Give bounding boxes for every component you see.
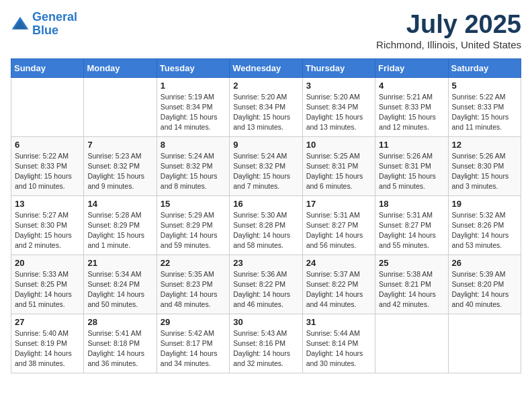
day-info: Sunrise: 5:40 AM Sunset: 8:19 PM Dayligh… [15,328,80,369]
day-number: 10 [306,140,371,150]
day-info: Sunrise: 5:20 AM Sunset: 8:34 PM Dayligh… [233,92,298,133]
col-header-wednesday: Wednesday [230,58,302,77]
calendar-cell [84,77,157,136]
day-number: 25 [379,258,444,268]
day-info: Sunrise: 5:42 AM Sunset: 8:17 PM Dayligh… [161,328,226,369]
calendar-header-row: SundayMondayTuesdayWednesdayThursdayFrid… [11,58,521,77]
logo-icon [11,15,30,34]
logo-blue: Blue [32,24,77,38]
calendar-cell: 20Sunrise: 5:33 AM Sunset: 8:25 PM Dayli… [11,255,84,314]
day-info: Sunrise: 5:30 AM Sunset: 8:28 PM Dayligh… [233,210,298,251]
day-number: 9 [233,140,298,150]
day-number: 20 [15,258,80,268]
day-number: 29 [161,317,226,327]
calendar-cell: 4Sunrise: 5:21 AM Sunset: 8:33 PM Daylig… [375,77,448,136]
calendar-cell [11,77,84,136]
logo-text: General Blue [32,11,77,38]
calendar-cell: 19Sunrise: 5:32 AM Sunset: 8:26 PM Dayli… [448,195,521,255]
calendar-cell: 24Sunrise: 5:37 AM Sunset: 8:22 PM Dayli… [302,255,375,314]
calendar-cell: 3Sunrise: 5:20 AM Sunset: 8:34 PM Daylig… [302,77,375,136]
day-number: 28 [87,317,152,327]
day-info: Sunrise: 5:35 AM Sunset: 8:23 PM Dayligh… [161,269,226,310]
day-info: Sunrise: 5:43 AM Sunset: 8:16 PM Dayligh… [233,328,298,369]
calendar-table: SundayMondayTuesdayWednesdayThursdayFrid… [11,58,521,373]
calendar-cell: 10Sunrise: 5:25 AM Sunset: 8:31 PM Dayli… [302,136,375,195]
day-number: 26 [452,258,517,268]
calendar-cell: 23Sunrise: 5:36 AM Sunset: 8:22 PM Dayli… [230,255,302,314]
day-number: 24 [306,258,371,268]
day-info: Sunrise: 5:33 AM Sunset: 8:25 PM Dayligh… [15,269,80,310]
day-info: Sunrise: 5:31 AM Sunset: 8:27 PM Dayligh… [379,210,444,251]
day-info: Sunrise: 5:19 AM Sunset: 8:34 PM Dayligh… [161,92,226,133]
day-number: 19 [452,199,517,209]
calendar-cell: 11Sunrise: 5:26 AM Sunset: 8:31 PM Dayli… [375,136,448,195]
day-info: Sunrise: 5:24 AM Sunset: 8:32 PM Dayligh… [161,151,226,192]
calendar-cell: 16Sunrise: 5:30 AM Sunset: 8:28 PM Dayli… [230,195,302,255]
day-info: Sunrise: 5:21 AM Sunset: 8:33 PM Dayligh… [379,92,444,133]
col-header-thursday: Thursday [302,58,375,77]
day-number: 11 [379,140,444,150]
day-info: Sunrise: 5:25 AM Sunset: 8:31 PM Dayligh… [306,151,371,192]
day-info: Sunrise: 5:41 AM Sunset: 8:18 PM Dayligh… [87,328,152,369]
day-number: 23 [233,258,298,268]
day-number: 18 [379,199,444,209]
page-header: General Blue July 2025 Richmond, Illinoi… [11,11,521,50]
day-info: Sunrise: 5:27 AM Sunset: 8:30 PM Dayligh… [15,210,80,251]
calendar-cell: 22Sunrise: 5:35 AM Sunset: 8:23 PM Dayli… [157,255,229,314]
calendar-cell: 14Sunrise: 5:28 AM Sunset: 8:29 PM Dayli… [84,195,157,255]
calendar-cell: 8Sunrise: 5:24 AM Sunset: 8:32 PM Daylig… [157,136,229,195]
day-number: 8 [161,140,226,150]
day-number: 6 [15,140,80,150]
calendar-week-row: 1Sunrise: 5:19 AM Sunset: 8:34 PM Daylig… [11,77,521,136]
day-info: Sunrise: 5:26 AM Sunset: 8:31 PM Dayligh… [379,151,444,192]
day-number: 13 [15,199,80,209]
calendar-cell: 2Sunrise: 5:20 AM Sunset: 8:34 PM Daylig… [230,77,302,136]
day-info: Sunrise: 5:22 AM Sunset: 8:33 PM Dayligh… [452,92,517,133]
calendar-cell: 29Sunrise: 5:42 AM Sunset: 8:17 PM Dayli… [157,314,229,373]
calendar-cell: 25Sunrise: 5:38 AM Sunset: 8:21 PM Dayli… [375,255,448,314]
calendar-cell: 27Sunrise: 5:40 AM Sunset: 8:19 PM Dayli… [11,314,84,373]
location-subtitle: Richmond, Illinois, United States [376,39,521,50]
calendar-week-row: 6Sunrise: 5:22 AM Sunset: 8:33 PM Daylig… [11,136,521,195]
day-number: 27 [15,317,80,327]
day-info: Sunrise: 5:36 AM Sunset: 8:22 PM Dayligh… [233,269,298,310]
day-number: 17 [306,199,371,209]
col-header-tuesday: Tuesday [157,58,229,77]
day-info: Sunrise: 5:29 AM Sunset: 8:29 PM Dayligh… [161,210,226,251]
day-info: Sunrise: 5:34 AM Sunset: 8:24 PM Dayligh… [87,269,152,310]
calendar-cell [448,314,521,373]
col-header-monday: Monday [84,58,157,77]
calendar-cell: 17Sunrise: 5:31 AM Sunset: 8:27 PM Dayli… [302,195,375,255]
day-number: 30 [233,317,298,327]
day-info: Sunrise: 5:39 AM Sunset: 8:20 PM Dayligh… [452,269,517,310]
calendar-cell [375,314,448,373]
day-number: 12 [452,140,517,150]
calendar-cell: 6Sunrise: 5:22 AM Sunset: 8:33 PM Daylig… [11,136,84,195]
day-number: 15 [161,199,226,209]
calendar-cell: 7Sunrise: 5:23 AM Sunset: 8:32 PM Daylig… [84,136,157,195]
day-info: Sunrise: 5:20 AM Sunset: 8:34 PM Dayligh… [306,92,371,133]
calendar-week-row: 20Sunrise: 5:33 AM Sunset: 8:25 PM Dayli… [11,255,521,314]
day-number: 3 [306,81,371,91]
calendar-week-row: 27Sunrise: 5:40 AM Sunset: 8:19 PM Dayli… [11,314,521,373]
day-info: Sunrise: 5:38 AM Sunset: 8:21 PM Dayligh… [379,269,444,310]
calendar-cell: 9Sunrise: 5:24 AM Sunset: 8:32 PM Daylig… [230,136,302,195]
month-year-title: July 2025 [376,11,521,39]
day-info: Sunrise: 5:28 AM Sunset: 8:29 PM Dayligh… [87,210,152,251]
day-number: 31 [306,317,371,327]
calendar-week-row: 13Sunrise: 5:27 AM Sunset: 8:30 PM Dayli… [11,195,521,255]
calendar-cell: 31Sunrise: 5:44 AM Sunset: 8:14 PM Dayli… [302,314,375,373]
logo-general: General [32,10,77,24]
calendar-cell: 13Sunrise: 5:27 AM Sunset: 8:30 PM Dayli… [11,195,84,255]
calendar-cell: 15Sunrise: 5:29 AM Sunset: 8:29 PM Dayli… [157,195,229,255]
day-info: Sunrise: 5:31 AM Sunset: 8:27 PM Dayligh… [306,210,371,251]
day-info: Sunrise: 5:26 AM Sunset: 8:30 PM Dayligh… [452,151,517,192]
logo: General Blue [11,11,77,38]
calendar-cell: 30Sunrise: 5:43 AM Sunset: 8:16 PM Dayli… [230,314,302,373]
calendar-cell: 1Sunrise: 5:19 AM Sunset: 8:34 PM Daylig… [157,77,229,136]
day-info: Sunrise: 5:22 AM Sunset: 8:33 PM Dayligh… [15,151,80,192]
calendar-cell: 12Sunrise: 5:26 AM Sunset: 8:30 PM Dayli… [448,136,521,195]
calendar-cell: 5Sunrise: 5:22 AM Sunset: 8:33 PM Daylig… [448,77,521,136]
day-info: Sunrise: 5:44 AM Sunset: 8:14 PM Dayligh… [306,328,371,369]
day-info: Sunrise: 5:23 AM Sunset: 8:32 PM Dayligh… [87,151,152,192]
